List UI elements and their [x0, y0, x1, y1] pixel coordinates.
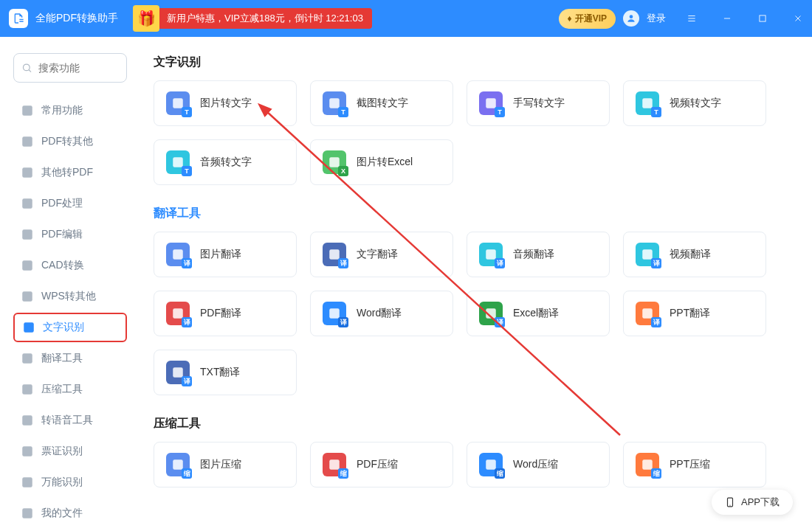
- nav-icon: [21, 104, 34, 117]
- sidebar-item-1[interactable]: PDF转其他: [13, 127, 127, 156]
- svg-rect-20: [642, 98, 653, 108]
- menu-button[interactable]: [678, 0, 706, 37]
- card-icon: 译: [636, 302, 659, 325]
- svg-rect-5: [22, 167, 32, 178]
- svg-rect-32: [173, 459, 183, 470]
- svg-rect-29: [486, 308, 496, 319]
- feature-card[interactable]: 缩PPT压缩: [623, 442, 766, 487]
- promo-banner[interactable]: 🎁 新用户特惠，VIP立减188元，倒计时 12:21:03: [133, 5, 372, 32]
- svg-rect-35: [642, 459, 653, 470]
- card-corner-badge: T: [182, 107, 192, 117]
- feature-card[interactable]: 译PDF翻译: [154, 291, 297, 336]
- feature-card[interactable]: 译Excel翻译: [467, 291, 610, 336]
- svg-rect-24: [329, 249, 340, 260]
- sidebar-item-label: 文字识别: [43, 321, 84, 334]
- app-logo: [9, 9, 28, 28]
- avatar[interactable]: [623, 10, 639, 27]
- nav-icon: [21, 476, 34, 489]
- sidebar-item-0[interactable]: 常用功能: [13, 96, 127, 125]
- card-label: PPT翻译: [670, 307, 710, 320]
- feature-card[interactable]: 缩图片压缩: [154, 442, 297, 487]
- card-label: 图片转文字: [200, 97, 252, 110]
- sidebar-item-label: 翻译工具: [41, 352, 83, 365]
- svg-rect-14: [22, 446, 32, 457]
- sidebar-item-12[interactable]: 万能识别: [13, 468, 127, 497]
- sidebar-item-5[interactable]: CAD转换: [13, 251, 127, 280]
- svg-rect-1: [760, 15, 765, 21]
- svg-rect-34: [486, 459, 496, 470]
- feature-card[interactable]: 译音频翻译: [467, 232, 610, 277]
- card-icon: T: [166, 91, 190, 115]
- svg-rect-4: [22, 136, 32, 147]
- nav-icon: [21, 290, 34, 303]
- sidebar-item-3[interactable]: PDF处理: [13, 189, 127, 218]
- sidebar-item-4[interactable]: PDF编辑: [13, 220, 127, 249]
- sidebar-item-8[interactable]: 翻译工具: [13, 344, 127, 373]
- sidebar-item-13[interactable]: 我的文件: [13, 499, 127, 528]
- feature-card[interactable]: 译视频翻译: [623, 232, 766, 277]
- feature-card[interactable]: T手写转文字: [467, 80, 610, 126]
- card-corner-badge: 译: [651, 317, 661, 327]
- sidebar-item-10[interactable]: 转语音工具: [13, 406, 127, 435]
- card-label: Word压缩: [513, 458, 558, 471]
- card-corner-badge: 缩: [495, 468, 505, 479]
- feature-card[interactable]: T截图转文字: [310, 80, 453, 126]
- svg-rect-31: [173, 367, 183, 378]
- feature-card[interactable]: X图片转Excel: [310, 139, 453, 185]
- sidebar-item-label: 万能识别: [41, 476, 83, 489]
- feature-card[interactable]: 译Word翻译: [310, 291, 453, 336]
- card-icon: T: [166, 150, 190, 174]
- sidebar-item-6[interactable]: WPS转其他: [13, 282, 127, 311]
- feature-card[interactable]: 译PPT翻译: [623, 291, 766, 336]
- nav-icon: [21, 135, 34, 148]
- card-corner-badge: 缩: [182, 468, 192, 479]
- feature-card[interactable]: 译图片翻译: [154, 232, 297, 277]
- sidebar-item-9[interactable]: 压缩工具: [13, 375, 127, 404]
- sidebar-item-11[interactable]: 票证识别: [13, 437, 127, 466]
- svg-rect-7: [22, 229, 32, 240]
- sidebar-item-2[interactable]: 其他转PDF: [13, 158, 127, 187]
- svg-rect-25: [486, 249, 496, 260]
- sidebar-item-label: CAD转换: [41, 259, 84, 272]
- diamond-icon: ♦: [568, 13, 572, 24]
- sidebar-item-label: 压缩工具: [41, 383, 83, 396]
- svg-rect-21: [173, 157, 183, 167]
- login-button[interactable]: 登录: [647, 12, 666, 25]
- minimize-button[interactable]: [713, 0, 741, 37]
- maximize-button[interactable]: [749, 0, 777, 37]
- feature-card[interactable]: 缩Word压缩: [467, 442, 610, 487]
- nav-icon: [21, 166, 34, 179]
- card-icon: X: [323, 150, 346, 174]
- card-icon: 缩: [323, 453, 346, 476]
- sidebar-item-label: 常用功能: [41, 104, 83, 117]
- app-title: 全能PDF转换助手: [35, 12, 118, 25]
- card-grid: 译图片翻译译文字翻译译音频翻译译视频翻译译PDF翻译译Word翻译译Excel翻…: [154, 232, 793, 395]
- svg-rect-3: [22, 105, 32, 116]
- card-corner-badge: 译: [495, 317, 505, 327]
- feature-card[interactable]: T视频转文字: [623, 80, 766, 126]
- svg-rect-22: [329, 157, 340, 167]
- app-download-button[interactable]: APP下载: [712, 490, 793, 515]
- feature-card[interactable]: T图片转文字: [154, 80, 297, 126]
- search-box[interactable]: [13, 53, 127, 83]
- card-corner-badge: X: [338, 166, 348, 176]
- phone-icon: [725, 497, 735, 507]
- sidebar-item-7[interactable]: 文字识别: [13, 313, 127, 342]
- close-button[interactable]: [784, 0, 812, 37]
- card-corner-badge: T: [338, 107, 348, 117]
- feature-card[interactable]: 译文字翻译: [310, 232, 453, 277]
- svg-rect-19: [486, 98, 496, 108]
- vip-button[interactable]: ♦ 开通VIP: [559, 9, 616, 29]
- feature-card[interactable]: 译TXT翻译: [154, 350, 297, 395]
- svg-rect-15: [22, 477, 32, 487]
- vip-label: 开通VIP: [575, 13, 607, 25]
- feature-card[interactable]: T音频转文字: [154, 139, 297, 185]
- search-input[interactable]: [38, 62, 119, 74]
- section-title: 压缩工具: [154, 416, 793, 431]
- card-icon: 译: [479, 243, 503, 266]
- card-corner-badge: T: [495, 107, 505, 117]
- nav-icon: [21, 228, 34, 241]
- sidebar-item-label: PDF处理: [41, 197, 83, 210]
- card-icon: 缩: [166, 453, 190, 476]
- feature-card[interactable]: 缩PDF压缩: [310, 442, 453, 487]
